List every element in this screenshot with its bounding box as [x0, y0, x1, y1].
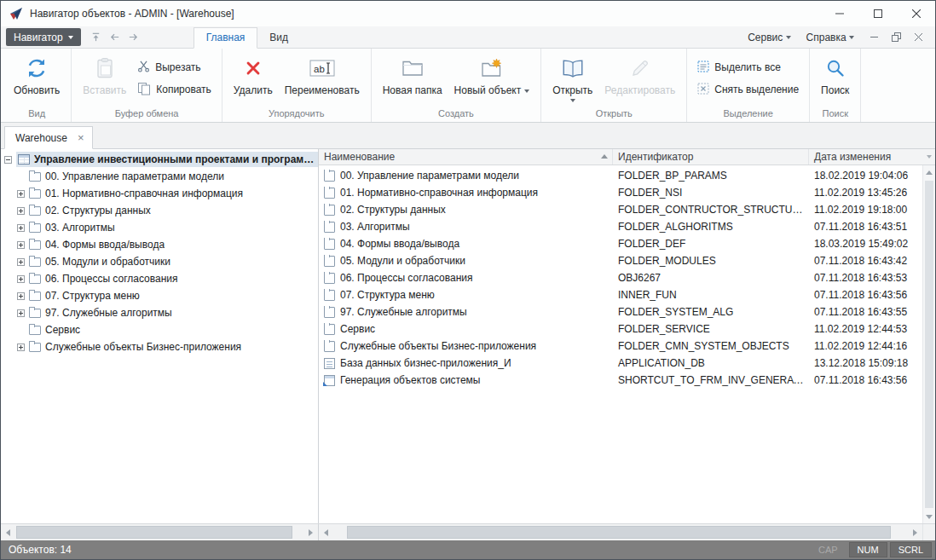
table-row[interactable]: База данных бизнес-приложения_И APPLICAT… [319, 355, 922, 372]
menu-service[interactable]: Сервис [740, 32, 798, 43]
select-all-button[interactable]: Выделить все [692, 59, 804, 76]
vertical-scrollbar[interactable] [922, 165, 935, 523]
tree-item[interactable]: 01. Нормативно-справочная информация [1, 185, 318, 202]
tree-item[interactable]: 97. Служебные алгоритмы [1, 304, 318, 321]
scroll-up-icon[interactable] [923, 165, 935, 179]
table-row[interactable]: 05. Модули и обработчики FOLDER_MODULES … [319, 252, 922, 269]
copy-button[interactable]: Копировать [132, 81, 217, 98]
grid-scroll-thumb[interactable] [347, 526, 891, 539]
row-type-icon [324, 358, 335, 369]
tree-item[interactable]: Служебные объекты Бизнес-приложения [1, 338, 318, 355]
tree-expander[interactable] [17, 275, 25, 283]
tab-view[interactable]: Вид [257, 27, 300, 49]
search-button[interactable]: Поиск [815, 51, 855, 98]
status-indicator: NUM [849, 542, 887, 557]
clear-selection-button[interactable]: Снять выделение [692, 81, 804, 98]
table-row[interactable]: Сервис FOLDER_SERVICE 11.02.2019 12:44:5… [319, 320, 922, 338]
close-document-icon[interactable] [908, 29, 928, 46]
row-modified-date: 07.11.2018 16:43:56 [809, 374, 922, 386]
vertical-scroll-thumb[interactable] [925, 181, 933, 508]
delete-button[interactable]: Удалить [228, 51, 279, 98]
rename-button[interactable]: ab Переименовать [279, 51, 366, 98]
tree-item-label: 05. Модули и обработчики [45, 256, 170, 268]
row-name: 07. Структура меню [340, 289, 435, 301]
refresh-icon [26, 55, 48, 81]
row-identifier: SHORTCUT_TO_FRM_INV_GENERATE_OBJ... [613, 374, 809, 386]
table-row[interactable]: 06. Процессы согласования OBJ6267 07.11.… [319, 269, 922, 286]
tree-expander[interactable] [17, 241, 25, 249]
tree-item[interactable]: 02. Структуры данных [1, 202, 318, 219]
table-row[interactable]: Служебные объекты Бизнес-приложения FOLD… [319, 338, 922, 355]
row-modified-date: 11.02.2019 19:18:00 [809, 204, 922, 216]
vertical-scroll-track[interactable] [923, 179, 935, 510]
tab-warehouse[interactable]: Warehouse × [4, 126, 93, 149]
tab-home[interactable]: Главная [194, 27, 258, 49]
column-header-id[interactable]: Идентификатор [613, 149, 809, 165]
close-button[interactable] [897, 1, 935, 26]
grid-horizontal-scrollbar[interactable] [319, 524, 922, 540]
tree-expander[interactable] [17, 190, 25, 198]
row-identifier: FOLDER_NSI [613, 187, 809, 199]
minimize-ribbon-icon[interactable] [864, 29, 884, 46]
folder-icon [29, 206, 41, 216]
back-icon[interactable] [107, 29, 124, 46]
ribbon-group-search: Поиск Поиск [810, 49, 861, 122]
tree-expander[interactable] [17, 292, 25, 300]
tree-item[interactable]: 03. Алгоритмы [1, 219, 318, 236]
tree-root-item[interactable]: Управление инвестиционными проектами и п… [1, 151, 318, 168]
grid-scroll-track[interactable] [333, 524, 908, 540]
tree-expander[interactable] [17, 309, 25, 317]
paste-button[interactable]: Вставить [77, 51, 132, 98]
forward-icon[interactable] [125, 29, 142, 46]
table-row[interactable]: 97. Служебные алгоритмы FOLDER_SYSTEM_AL… [319, 303, 922, 320]
tree-expander[interactable] [17, 224, 25, 232]
tree-expander[interactable] [17, 258, 25, 266]
ribbon: Обновить Вид Вставить Вы [1, 49, 935, 123]
chevron-down-icon [849, 36, 854, 39]
folder-icon [29, 292, 41, 301]
row-identifier: OBJ6267 [613, 272, 809, 284]
tree-item[interactable]: 04. Формы ввода/вывода [1, 236, 318, 253]
tree-item[interactable]: 07. Структура меню [1, 287, 318, 304]
new-object-button[interactable]: Новый объект [448, 51, 536, 98]
tree-item[interactable]: 00. Управление параметрами модели [1, 168, 318, 185]
cut-button[interactable]: Вырезать [132, 59, 217, 76]
table-row[interactable]: 01. Нормативно-справочная информация FOL… [319, 184, 922, 201]
restore-window-icon[interactable] [886, 29, 906, 46]
table-row[interactable]: 03. Алгоритмы FOLDER_ALGHORITMS 07.11.20… [319, 218, 922, 235]
minimize-button[interactable] [820, 1, 858, 26]
scroll-left-icon[interactable] [1, 524, 15, 540]
scroll-right-icon[interactable] [303, 524, 318, 540]
tab-close-icon[interactable]: × [78, 132, 84, 143]
navigator-menu-button[interactable]: Навигатор [6, 28, 81, 46]
open-button[interactable]: Открыть [546, 51, 598, 104]
tree-item[interactable]: Сервис [1, 321, 318, 338]
column-chooser-button[interactable] [922, 149, 935, 165]
refresh-button[interactable]: Обновить [8, 51, 66, 98]
tree-expander[interactable] [17, 207, 25, 215]
column-header-date[interactable]: Дата изменения [809, 149, 922, 165]
new-folder-button[interactable]: Новая папка [377, 51, 448, 98]
scroll-left-icon[interactable] [319, 524, 333, 540]
scroll-down-icon[interactable] [923, 510, 935, 523]
table-row[interactable]: 07. Структура меню INNER_FUN 07.11.2018 … [319, 286, 922, 303]
edit-button[interactable]: Редактировать [598, 51, 681, 98]
tree-item[interactable]: 06. Процессы согласования [1, 270, 318, 287]
table-row[interactable]: 02. Структуры данных FOLDER_CONTRUCTOR_S… [319, 201, 922, 218]
table-row[interactable]: 04. Формы ввода/вывода FOLDER_DEF 18.03.… [319, 235, 922, 252]
tree-scroll-track[interactable] [15, 524, 303, 540]
tree-expander[interactable] [17, 344, 25, 351]
row-name: 03. Алгоритмы [340, 221, 410, 233]
table-row[interactable]: 00. Управление параметрами модели FOLDER… [319, 167, 922, 184]
maximize-button[interactable] [858, 1, 897, 26]
scroll-right-icon[interactable] [908, 524, 922, 540]
tree-item[interactable]: 05. Модули и обработчики [1, 253, 318, 270]
tree-scroll-thumb[interactable] [16, 526, 292, 539]
table-row[interactable]: Генерация объектов системы SHORTCUT_TO_F… [319, 372, 922, 389]
collapse-all-icon[interactable] [88, 29, 105, 46]
menu-help[interactable]: Справка [799, 32, 862, 43]
tree-horizontal-scrollbar[interactable] [1, 524, 319, 540]
tree-root-expander[interactable] [4, 156, 12, 164]
row-type-icon [324, 239, 335, 250]
column-header-name[interactable]: Наименование [319, 149, 613, 165]
